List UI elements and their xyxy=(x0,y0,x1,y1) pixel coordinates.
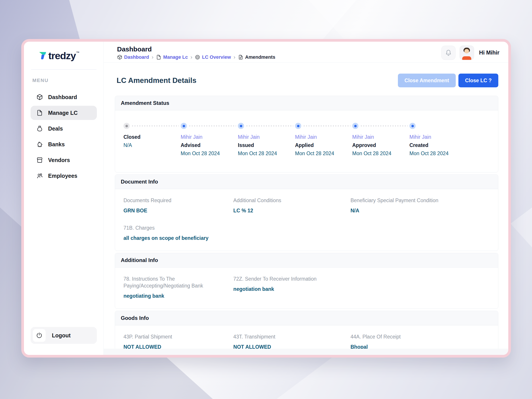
additional-info-grid: 78. Instructions To The Paying/Accepting… xyxy=(115,267,498,309)
brand-trademark: ™ xyxy=(76,51,80,55)
timeline-node-dot xyxy=(297,125,299,127)
field-label: 43P. Partial Shipment xyxy=(123,333,234,340)
brand-logo-icon xyxy=(37,51,48,61)
field-value: all charges on scope of beneficiary xyxy=(123,235,234,241)
timeline-step-lines: Mihir JainApprovedMon Oct 28 2024 xyxy=(352,133,409,158)
logout-label: Logout xyxy=(52,332,71,339)
field-value: negotiation bank xyxy=(234,286,351,292)
timeline-node xyxy=(238,123,244,129)
avatar[interactable] xyxy=(460,45,474,60)
field-label: 78. Instructions To The Paying/Accepting… xyxy=(123,276,234,289)
info-field-additional-conditions: Additional ConditionsLC % 12 xyxy=(234,197,351,214)
file-icon xyxy=(156,55,161,60)
sidebar-item-employees[interactable]: Employees xyxy=(31,169,97,183)
timeline-status: Issued xyxy=(238,141,295,149)
timeline-node-dot xyxy=(354,125,357,127)
cube-icon xyxy=(117,55,122,60)
cube-icon xyxy=(36,94,43,101)
people-icon xyxy=(36,172,43,179)
timeline-step: ClosedN/A xyxy=(123,123,181,158)
sidebar-item-label: Vendors xyxy=(48,157,70,163)
sidebar-item-banks[interactable]: Banks xyxy=(31,137,97,151)
close-amendment-button[interactable]: Close Amendment xyxy=(398,74,456,87)
topbar: Dashboard Dashboard›Manage Lc›LC Overvie… xyxy=(104,42,508,63)
main-area: Dashboard Dashboard›Manage Lc›LC Overvie… xyxy=(104,42,508,355)
timeline-person: Mihir Jain xyxy=(409,133,467,141)
document-info-section: Document Info Documents RequiredGRN BOEA… xyxy=(115,174,498,251)
field-value: LC % 12 xyxy=(234,207,351,214)
timeline-status: Applied xyxy=(295,141,352,149)
field-value: GRN BOE xyxy=(123,207,234,214)
goods-info-section: Goods Info 43P. Partial ShipmentNOT ALLO… xyxy=(115,311,498,349)
breadcrumb-label: Dashboard xyxy=(124,55,149,60)
timeline-node xyxy=(352,123,358,129)
timeline-status: Closed xyxy=(123,133,181,141)
field-label: Beneficiary Special Payment Condition xyxy=(350,197,470,204)
info-field-71b-charges: 71B. Chargesall charges on scope of bene… xyxy=(123,225,234,241)
timeline-date: Mon Oct 28 2024 xyxy=(238,149,295,158)
timeline-node xyxy=(295,123,301,129)
timeline-connector xyxy=(304,125,350,127)
brand-logo-text: tredzy xyxy=(48,51,76,61)
sidebar-item-label: Employees xyxy=(48,173,77,179)
sidebar-item-manage-lc[interactable]: Manage LC xyxy=(31,106,97,120)
sidebar-nav: DashboardManage LCDealsBanksVendorsEmplo… xyxy=(31,90,97,184)
sidebar-item-dashboard[interactable]: Dashboard xyxy=(31,90,97,104)
timeline-step: Mihir JainCreatedMon Oct 28 2024 xyxy=(409,123,467,158)
timeline-step: Mihir JainApprovedMon Oct 28 2024 xyxy=(352,123,409,158)
timeline-step-lines: Mihir JainIssuedMon Oct 28 2024 xyxy=(238,133,295,158)
breadcrumb-separator: › xyxy=(234,55,235,60)
doc-icon xyxy=(238,55,243,60)
field-label: Documents Required xyxy=(123,197,234,204)
avatar-face xyxy=(464,49,469,53)
breadcrumb-label: Amendments xyxy=(245,55,275,60)
breadcrumb-separator: › xyxy=(152,55,153,60)
logout-button[interactable]: Logout xyxy=(31,327,97,344)
timeline-step: Mihir JainIssuedMon Oct 28 2024 xyxy=(238,123,295,158)
breadcrumb-item-manage-lc[interactable]: Manage Lc xyxy=(156,55,188,60)
piggy-icon xyxy=(36,141,43,148)
brand-logo: tredzy ™ xyxy=(31,51,97,61)
timeline-person: Mihir Jain xyxy=(238,133,295,141)
status-timeline: ClosedN/AMihir JainAdvisedMon Oct 28 202… xyxy=(115,110,498,172)
sidebar-item-vendors[interactable]: Vendors xyxy=(31,153,97,167)
sidebar-item-label: Deals xyxy=(48,126,63,132)
divider xyxy=(31,69,96,70)
timeline-date: Mon Oct 28 2024 xyxy=(409,149,467,158)
timeline-status: Created xyxy=(409,141,467,149)
sidebar-item-label: Manage LC xyxy=(48,110,78,116)
timeline-node xyxy=(409,123,416,129)
goods-info-grid: 43P. Partial ShipmentNOT ALLOWED43T. Tra… xyxy=(115,325,498,349)
breadcrumb-label: LC Overview xyxy=(202,55,231,60)
menu-label: MENU xyxy=(32,78,97,83)
breadcrumb-item-dashboard[interactable]: Dashboard xyxy=(117,55,149,60)
breadcrumb: Dashboard›Manage Lc›LC Overview›Amendmen… xyxy=(117,55,275,60)
content: LC Amendment Details Close Amendment Clo… xyxy=(104,63,508,349)
field-value: NOT ALLOWED xyxy=(123,344,234,349)
power-icon xyxy=(33,329,46,342)
info-field-43p-partial-shipment: 43P. Partial ShipmentNOT ALLOWED xyxy=(123,333,234,349)
timeline-node xyxy=(181,123,187,129)
close-lc-button[interactable]: Close LC ? xyxy=(458,74,498,87)
file-icon xyxy=(36,109,43,116)
sidebar: tredzy ™ MENU DashboardManage LCDealsBan… xyxy=(24,42,104,355)
notifications-button[interactable] xyxy=(441,46,456,60)
sidebar-item-label: Banks xyxy=(48,141,65,148)
field-value: negotiating bank xyxy=(123,293,234,299)
timeline-status: Advised xyxy=(181,141,238,149)
app-window: tredzy ™ MENU DashboardManage LCDealsBan… xyxy=(21,39,511,358)
sidebar-item-deals[interactable]: Deals xyxy=(31,121,97,136)
section-title: Additional Info xyxy=(115,253,498,267)
additional-info-section: Additional Info 78. Instructions To The … xyxy=(115,253,498,309)
timeline-step: Mihir JainAppliedMon Oct 28 2024 xyxy=(295,123,352,158)
timeline-step: Mihir JainAdvisedMon Oct 28 2024 xyxy=(181,123,238,158)
field-value: N/A xyxy=(350,207,490,214)
timeline-connector xyxy=(189,125,236,127)
info-field-78-instructions-to-the-paying-accepting-negotiating-bank: 78. Instructions To The Paying/Accepting… xyxy=(123,276,234,299)
breadcrumb-item-lc-overview[interactable]: LC Overview xyxy=(195,55,231,60)
timeline-connector xyxy=(132,125,179,127)
info-field-beneficiary-special-payment-condition: Beneficiary Special Payment ConditionN/A xyxy=(350,197,490,214)
section-title: Amendment Status xyxy=(115,96,498,110)
amendment-status-section: Amendment Status ClosedN/AMihir JainAdvi… xyxy=(115,96,498,172)
timeline-node-dot xyxy=(412,125,414,127)
